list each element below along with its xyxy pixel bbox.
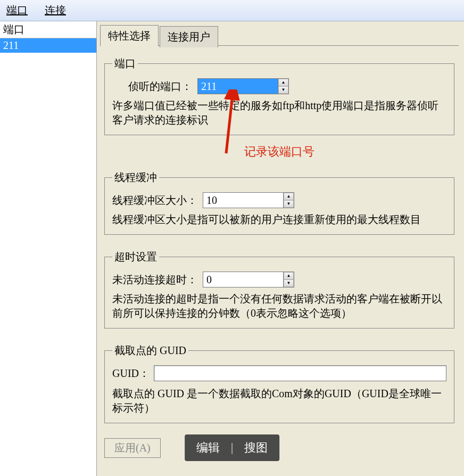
group-port: 端口 侦听的端口： ▲ ▼ 许多端口值已经被一些特定的服务如ftp和http使用… — [104, 56, 454, 135]
tab-panel-properties: 端口 侦听的端口： ▲ ▼ 许多端口值已经被一些特定的服务如ftp和http使用… — [100, 45, 459, 462]
timeout-description: 未活动连接的超时是指一个没有任何数据请求活动的客户端在被断开以前所可以保持连接的… — [112, 292, 446, 321]
annotation-text: 记录该端口号 — [104, 144, 454, 160]
menu-port[interactable]: 端口 — [4, 2, 30, 19]
port-spin-up-icon[interactable]: ▲ — [278, 79, 288, 86]
sidebar: 端口 211 — [0, 21, 97, 476]
overlay-edit[interactable]: 编辑 — [196, 440, 220, 456]
timeout-spinner[interactable]: ▲ ▼ — [203, 272, 294, 288]
port-description: 许多端口值已经被一些特定的服务如ftp和http使用端口是指服务器侦听客户请求的… — [112, 99, 446, 127]
overlay-divider: | — [230, 441, 234, 455]
overlay-toolbar: 编辑 | 搜图 — [185, 434, 279, 461]
tab-properties[interactable]: 特性选择 — [100, 25, 159, 46]
buffer-description: 线程缓冲区大小是指可以被新的用户连接重新使用的最大线程数目 — [112, 212, 446, 227]
buffer-spin-up-icon[interactable]: ▲ — [284, 193, 294, 200]
timeout-spin-up-icon[interactable]: ▲ — [284, 272, 294, 280]
guid-input[interactable] — [154, 365, 446, 381]
buffer-spinner[interactable]: ▲ ▼ — [203, 192, 294, 208]
timeout-spin-down-icon[interactable]: ▼ — [284, 280, 294, 287]
content-panel: 特性选择 连接用户 端口 侦听的端口： ▲ ▼ 许多端口值已经被一些特定的服务如… — [97, 21, 464, 476]
apply-button: 应用(A) — [104, 438, 161, 458]
label-guid: GUID： — [112, 366, 150, 381]
overlay-search-image[interactable]: 搜图 — [244, 440, 268, 456]
group-port-legend: 端口 — [112, 56, 138, 71]
sidebar-item-211[interactable]: 211 — [0, 38, 96, 53]
sidebar-list: 211 — [0, 38, 96, 476]
buffer-input[interactable] — [203, 193, 283, 208]
group-guid: 截取点的 GUID GUID： 截取点的 GUID 是一个数据截取的Com对象的… — [104, 343, 454, 423]
label-listen-port: 侦听的端口： — [128, 79, 192, 94]
group-buffer: 线程缓冲 线程缓冲区大小： ▲ ▼ 线程缓冲区大小是指可以被新的用户连接重新使用… — [104, 170, 454, 235]
port-input[interactable] — [198, 79, 278, 94]
tab-bar: 特性选择 连接用户 — [100, 24, 459, 46]
label-buffer-size: 线程缓冲区大小： — [112, 193, 197, 208]
group-guid-legend: 截取点的 GUID — [112, 343, 188, 358]
tab-connected-users[interactable]: 连接用户 — [160, 26, 218, 47]
group-timeout: 超时设置 未活动连接超时： ▲ ▼ 未活动连接的超时是指一个没有任何数据请求活动… — [104, 250, 454, 329]
buffer-spin-down-icon[interactable]: ▼ — [284, 200, 294, 208]
group-timeout-legend: 超时设置 — [112, 250, 159, 264]
timeout-input[interactable] — [203, 272, 283, 287]
port-spin-down-icon[interactable]: ▼ — [278, 86, 288, 94]
guid-description: 截取点的 GUID 是一个数据截取的Com对象的GUID（GUID是全球唯一标示… — [112, 387, 446, 415]
label-timeout: 未活动连接超时： — [112, 273, 197, 287]
menu-bar: 端口 连接 — [0, 0, 464, 21]
port-spinner[interactable]: ▲ ▼ — [197, 78, 289, 94]
main-area: 端口 211 特性选择 连接用户 端口 侦听的端口： ▲ ▼ — [0, 21, 464, 476]
sidebar-header: 端口 — [0, 21, 96, 38]
group-buffer-legend: 线程缓冲 — [112, 170, 159, 185]
menu-connect[interactable]: 连接 — [43, 2, 68, 19]
